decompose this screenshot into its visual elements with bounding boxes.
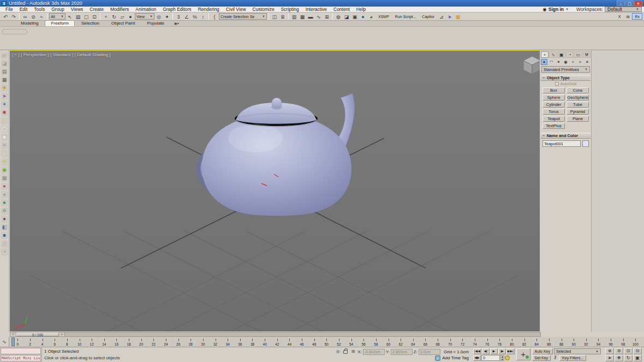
xsmp-button[interactable]: XSMP — [375, 13, 392, 20]
previous-frame-arrow[interactable]: < — [10, 333, 16, 336]
select-object-icon[interactable]: ↖ — [66, 13, 74, 20]
name-color-rollout[interactable]: − Name and Color — [541, 133, 591, 139]
next-frame-arrow[interactable]: > — [59, 333, 65, 336]
menu-scripting[interactable]: Scripting — [278, 7, 302, 13]
ruler-tick-12[interactable]: 12 — [86, 338, 98, 346]
drag-tool-icon[interactable]: ✦ — [1, 101, 8, 108]
paint-deform-icon[interactable]: ✥ — [1, 207, 8, 215]
ref-coord-dropdown[interactable]: View▼ — [135, 13, 154, 20]
ruler-tick-30[interactable]: 30 — [197, 338, 210, 346]
cat-systems[interactable]: ✳ — [584, 59, 591, 65]
bind-to-space-warp-icon[interactable]: ≈ — [38, 13, 45, 20]
ruler-tick-54[interactable]: 54 — [345, 338, 357, 346]
mini-curve-editor-button[interactable]: ∿ — [0, 337, 9, 347]
ruler-tick-70[interactable]: 70 — [444, 338, 456, 346]
ruler-tick-10[interactable]: 10 — [73, 338, 86, 346]
frame-spinner[interactable]: ▲▼ — [500, 355, 504, 361]
snap-tool-icon[interactable]: ⊿ — [438, 13, 445, 20]
percent-snap-icon[interactable]: % — [191, 13, 199, 20]
object-type-button-cylinder[interactable]: Cylinder — [542, 102, 565, 108]
ruler-tick-6[interactable]: 6 — [49, 338, 61, 346]
object-type-button-geosphere[interactable]: GeoSphere — [567, 94, 589, 100]
ruler-tick-98[interactable]: 98 — [617, 338, 629, 346]
edit-named-selection-sets-icon[interactable]: { — [211, 13, 218, 20]
lock-selection-icon[interactable] — [343, 350, 348, 354]
ruler-tick-48[interactable]: 48 — [308, 338, 320, 346]
ruler-tick-72[interactable]: 72 — [456, 338, 469, 346]
menu-group[interactable]: Group — [48, 7, 68, 13]
menu-edit[interactable]: Edit — [16, 7, 31, 13]
render-setup-icon[interactable]: ◪ — [343, 13, 350, 20]
rx-button[interactable]: Rx — [632, 13, 642, 20]
snaps-toggle-icon[interactable]: 3 — [175, 13, 182, 20]
surface-blob-icon[interactable]: ● — [1, 134, 8, 141]
undo-icon[interactable]: ↶ — [2, 13, 9, 20]
close-button[interactable]: ✕ — [634, 1, 642, 6]
object-type-button-pyramid[interactable]: Pyramid — [567, 109, 589, 115]
spinner-snap-icon[interactable]: ↕ — [199, 13, 207, 20]
ruler-tick-20[interactable]: 20 — [135, 338, 147, 346]
ruler-tick-26[interactable]: 26 — [172, 338, 184, 346]
tab-modify[interactable]: ∿ — [549, 51, 557, 58]
toggle-ribbon-icon[interactable]: ▬ — [307, 13, 314, 20]
menu-animation[interactable]: Animation — [132, 7, 159, 13]
capitor-button[interactable]: Capitor — [419, 13, 437, 20]
menu-file[interactable]: File — [2, 7, 16, 13]
ruler-tick-18[interactable]: 18 — [123, 338, 135, 346]
tab-display[interactable]: ▭ — [574, 51, 582, 58]
cat-lights[interactable]: ✦ — [555, 59, 562, 65]
exaggerate-tool-icon[interactable]: ◉ — [1, 167, 8, 174]
ruler-tick-84[interactable]: 84 — [530, 338, 543, 346]
z-coordinate-field[interactable]: 0.0cm — [419, 349, 440, 355]
previous-frame-button[interactable]: ◀| — [482, 348, 490, 354]
ruler-tick-82[interactable]: 82 — [518, 338, 530, 346]
ruler-tick-40[interactable]: 40 — [259, 338, 271, 346]
zoom-all-icon[interactable]: ⊚ — [615, 348, 623, 354]
orbit-icon[interactable]: ↻ — [624, 355, 633, 361]
cube-tool-icon[interactable]: ■ — [1, 232, 8, 239]
autogrid-checkbox[interactable] — [555, 82, 559, 86]
ruler-tick-78[interactable]: 78 — [493, 338, 506, 346]
ruler-tick-76[interactable]: 76 — [481, 338, 493, 346]
ruler-tick-38[interactable]: 38 — [246, 338, 259, 346]
unlink-selection-icon[interactable]: ⊘ — [29, 13, 37, 20]
menu-tools[interactable]: Tools — [31, 7, 48, 13]
zoom-icon[interactable]: ⊕ — [605, 348, 614, 354]
play-button[interactable]: ▶ — [490, 348, 498, 354]
run-script-button[interactable]: Run Script... — [392, 13, 419, 20]
object-name-field[interactable]: Teapot001 — [542, 140, 581, 147]
shapes-tool-icon[interactable]: ✚ — [1, 85, 8, 92]
render-iterative-icon[interactable]: ◕ — [367, 13, 375, 20]
viewport-menu-button[interactable]: [ + ] — [12, 52, 20, 57]
menu-civil-view[interactable]: Civil View — [223, 7, 249, 13]
go-to-start-button[interactable]: |◀◀ — [473, 348, 481, 354]
tab-freeform[interactable]: Freeform — [45, 20, 74, 26]
strips-tool-icon[interactable]: ▭ — [1, 117, 8, 124]
x-coordinate-field[interactable]: -0.842cm — [363, 349, 385, 355]
selection-filter-dropdown[interactable]: All▼ — [49, 13, 65, 20]
stack-icon[interactable]: ≋ — [624, 13, 631, 20]
subcategory-dropdown[interactable]: Standard Primitives ▼ — [541, 66, 590, 73]
angle-snap-icon[interactable]: ∠ — [183, 13, 190, 20]
ribbon-more-icon[interactable]: ▣▾ — [174, 21, 179, 26]
tab-utilities[interactable]: ⚒ — [583, 51, 591, 58]
rect-selection-region-icon[interactable]: ▢ — [82, 13, 90, 20]
ruler-tick-44[interactable]: 44 — [283, 338, 296, 346]
redo-icon[interactable]: ↷ — [10, 13, 17, 20]
toolbox-icon[interactable]: ▩ — [454, 13, 462, 20]
menu-interactive[interactable]: Interactive — [302, 7, 330, 13]
ruler-tick-42[interactable]: 42 — [271, 338, 283, 346]
set-keys-button[interactable]: + — [516, 348, 530, 360]
selection-set-dropdown[interactable]: Selected ▼ — [554, 348, 601, 354]
polydraw-surface-icon[interactable]: ◪ — [1, 60, 8, 67]
time-slider-handle[interactable]: 0 / 100 — [16, 333, 59, 336]
ruler-tick-62[interactable]: 62 — [395, 338, 407, 346]
ruler-tick-14[interactable]: 14 — [98, 338, 110, 346]
select-and-scale-icon[interactable]: ▱ — [118, 13, 126, 20]
tab-object-paint[interactable]: Object Paint — [106, 21, 141, 26]
window-crossing-icon[interactable]: ⊡ — [91, 13, 98, 20]
menu-rendering[interactable]: Rendering — [195, 7, 223, 13]
frame-ruler[interactable]: 0246810121416182022242628303234363840424… — [9, 337, 644, 347]
workspace-dropdown[interactable]: Default ▼ — [605, 7, 642, 12]
align-icon[interactable]: ≣ — [279, 13, 287, 20]
